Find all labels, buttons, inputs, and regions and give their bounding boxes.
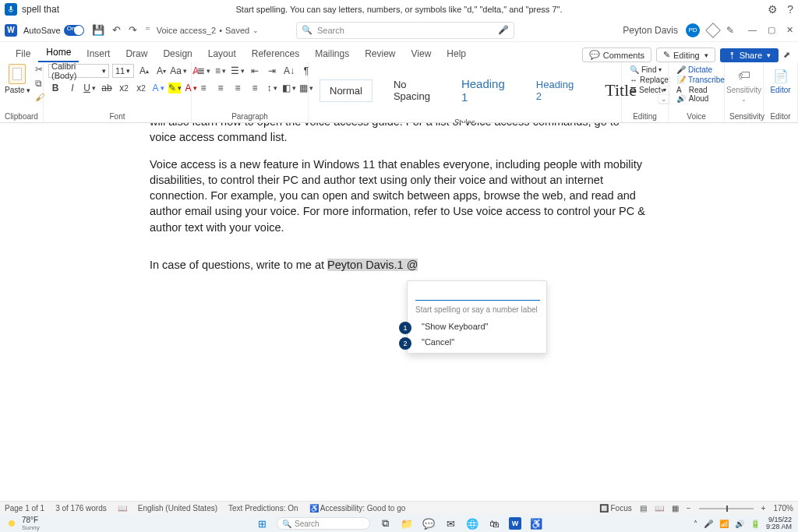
editing-mode-button[interactable]: ✎ Editing xyxy=(656,48,715,62)
close-button[interactable]: ✕ xyxy=(786,25,793,35)
doc-paragraph[interactable]: Voice access is a new feature in Windows… xyxy=(150,157,648,235)
settings-gear-icon[interactable]: ⚙ xyxy=(768,3,778,16)
dictate-button[interactable]: 🎤 Dictate xyxy=(676,65,716,74)
numbering-icon[interactable]: ≡ xyxy=(214,64,228,78)
start-button[interactable]: ⊞ xyxy=(255,516,269,530)
maximize-button[interactable]: ▢ xyxy=(768,25,775,35)
task-view-icon[interactable]: ⧉ xyxy=(378,516,392,530)
tab-view[interactable]: View xyxy=(404,45,440,62)
increase-font-icon[interactable]: A▴ xyxy=(137,64,151,78)
language-status[interactable]: English (United States) xyxy=(138,504,217,513)
store-icon[interactable]: 🛍 xyxy=(487,516,501,530)
doc-paragraph[interactable]: will also learn how to open the voice ac… xyxy=(150,123,648,146)
superscript-button[interactable]: x2 xyxy=(134,81,148,95)
italic-button[interactable]: I xyxy=(65,81,79,95)
print-layout-icon[interactable]: ▤ xyxy=(640,504,647,513)
user-avatar-icon[interactable]: PD xyxy=(686,23,700,37)
zoom-in-button[interactable]: + xyxy=(761,504,766,513)
multilevel-list-icon[interactable]: ☰ xyxy=(231,64,245,78)
read-mode-icon[interactable]: 📖 xyxy=(655,504,664,513)
chat-icon[interactable]: 💬 xyxy=(422,516,436,530)
focus-mode-button[interactable]: 🔲 Focus xyxy=(599,504,632,513)
document-area[interactable]: will also learn how to open the voice ac… xyxy=(0,123,798,501)
redo-icon[interactable]: ↷ xyxy=(129,24,137,36)
decrease-indent-icon[interactable]: ⇤ xyxy=(248,64,262,78)
copy-icon[interactable]: ⧉ xyxy=(35,78,44,89)
subscript-button[interactable]: x2 xyxy=(117,81,131,95)
diamond-icon[interactable] xyxy=(705,23,721,38)
microphone-icon[interactable]: 🎤 xyxy=(498,25,509,35)
tab-layout[interactable]: Layout xyxy=(200,45,244,62)
save-icon[interactable]: 💾 xyxy=(92,24,104,36)
ribbon-collapse-icon[interactable]: ⬈ xyxy=(783,50,790,60)
microphone-icon[interactable] xyxy=(5,3,17,16)
decrease-font-icon[interactable]: A▾ xyxy=(154,64,168,78)
tab-insert[interactable]: Insert xyxy=(79,45,118,62)
edge-icon[interactable]: 🌐 xyxy=(465,516,479,530)
tab-mailings[interactable]: Mailings xyxy=(307,45,357,62)
strikethrough-button[interactable]: ab xyxy=(100,81,114,95)
highlight-icon[interactable]: ✎ xyxy=(168,83,181,93)
cut-icon[interactable]: ✂ xyxy=(35,64,44,75)
text-effects-icon[interactable]: A xyxy=(151,81,165,95)
zoom-level[interactable]: 170% xyxy=(773,504,793,513)
tab-file[interactable]: File xyxy=(8,45,38,62)
volume-icon[interactable]: 🔊 xyxy=(735,520,744,528)
sort-icon[interactable]: A↓ xyxy=(282,64,296,78)
document-title[interactable]: Voice access_2•Saved⌄ xyxy=(157,26,260,35)
word-taskbar-icon[interactable]: W xyxy=(509,517,521,530)
doc-paragraph[interactable]: In case of questions, write to me at Pey… xyxy=(150,257,648,273)
search-box[interactable]: 🔍 Search 🎤 xyxy=(296,22,514,39)
font-size-select[interactable]: 11 xyxy=(112,64,134,78)
underline-button[interactable]: U xyxy=(83,81,97,95)
option-cancel[interactable]: 2 "Cancel" xyxy=(408,334,546,353)
accessibility-status[interactable]: ♿ Accessibility: Good to go xyxy=(309,504,406,513)
zoom-out-button[interactable]: − xyxy=(687,504,691,513)
read-aloud-button[interactable]: A🔊 Read Aloud xyxy=(676,86,716,103)
web-layout-icon[interactable]: ▦ xyxy=(672,504,679,513)
share-button[interactable]: ⭱ Share xyxy=(720,48,779,62)
tray-chevron-icon[interactable]: ˄ xyxy=(694,520,697,528)
style-normal[interactable]: Normal xyxy=(320,79,373,102)
style-heading1[interactable]: Heading 1 xyxy=(451,72,515,109)
comments-button[interactable]: 💬 Comments xyxy=(582,48,651,62)
mic-tray-icon[interactable]: 🎤 xyxy=(704,520,713,528)
bold-button[interactable]: B xyxy=(48,81,62,95)
increase-indent-icon[interactable]: ⇥ xyxy=(265,64,279,78)
zoom-slider[interactable] xyxy=(699,508,754,509)
style-no-spacing[interactable]: No Spacing xyxy=(383,73,440,107)
minimize-button[interactable]: — xyxy=(748,25,757,35)
word-count[interactable]: 3 of 176 words xyxy=(55,504,107,513)
accessibility-icon[interactable]: ♿ xyxy=(529,516,543,530)
justify-icon[interactable]: ≡ xyxy=(248,81,262,95)
toggle-icon[interactable]: On xyxy=(64,25,84,36)
pen-icon[interactable]: ✎ xyxy=(726,25,734,36)
tab-review[interactable]: Review xyxy=(357,45,403,62)
font-name-select[interactable]: Calibri (Body) xyxy=(48,64,109,78)
text-predictions-status[interactable]: Text Predictions: On xyxy=(228,504,298,513)
align-left-icon[interactable]: ≡ xyxy=(196,81,210,95)
undo-icon[interactable]: ↶ xyxy=(112,24,121,36)
line-spacing-icon[interactable]: ↕ xyxy=(265,81,279,95)
user-name[interactable]: Peyton Davis xyxy=(623,25,678,36)
align-center-icon[interactable]: ≡ xyxy=(214,81,228,95)
tab-draw[interactable]: Draw xyxy=(118,45,155,62)
tab-design[interactable]: Design xyxy=(155,45,200,62)
document-page[interactable]: will also learn how to open the voice ac… xyxy=(150,123,648,273)
qat-overflow-icon[interactable]: ⁼ xyxy=(145,24,150,36)
option-show-keyboard[interactable]: 1 "Show Keyboard" xyxy=(408,319,546,334)
wifi-icon[interactable]: 📶 xyxy=(719,520,729,528)
spellcheck-icon[interactable]: 📖 xyxy=(118,504,127,513)
shading-icon[interactable]: ◧ xyxy=(282,81,296,95)
weather-widget[interactable]: 78°F Sunny xyxy=(6,516,40,531)
change-case-icon[interactable]: Aa xyxy=(171,64,185,78)
page-status[interactable]: Page 1 of 1 xyxy=(5,504,44,513)
editor-button[interactable]: 📄 Editor xyxy=(768,64,793,97)
tab-references[interactable]: References xyxy=(244,45,307,62)
find-button[interactable]: 🔍 Find ▾ xyxy=(630,65,660,74)
battery-icon[interactable]: 🔋 xyxy=(750,520,760,528)
taskbar-search[interactable]: 🔍 Search xyxy=(277,517,370,530)
tab-home[interactable]: Home xyxy=(38,44,79,62)
paste-button[interactable]: Paste xyxy=(5,64,30,94)
style-heading2[interactable]: Heading 2 xyxy=(526,73,584,107)
